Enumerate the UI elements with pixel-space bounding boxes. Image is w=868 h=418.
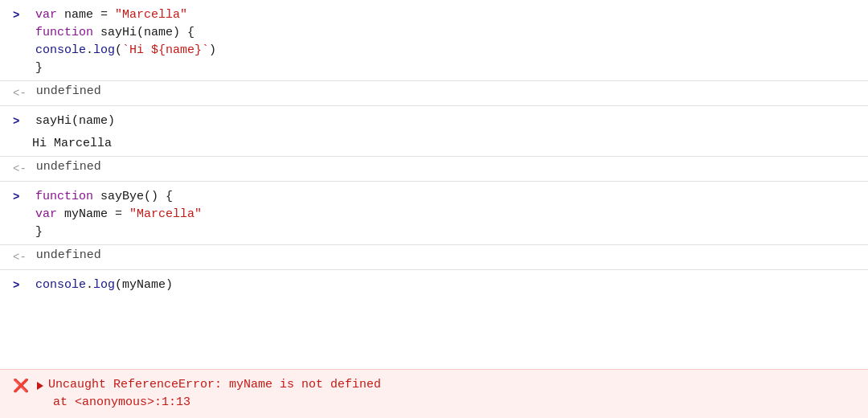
code-block-1: var name = "Marcella" function sayHi(nam… — [35, 6, 855, 77]
output-prompt-1: <- — [13, 84, 27, 102]
input-prompt-3: > — [13, 188, 26, 206]
input-prompt-4: > — [13, 277, 26, 294]
input-block-2: > sayHi(name) — [0, 106, 868, 133]
error-row: ❌ Uncaught ReferenceError: myName is not… — [13, 376, 855, 412]
console-container: > var name = "Marcella" function sayHi(n… — [0, 0, 868, 418]
method-console-2: console — [35, 278, 86, 292]
error-text-block: Uncaught ReferenceError: myName is not d… — [37, 376, 381, 412]
undefined-text-3: undefined — [36, 248, 101, 262]
input-block-3: > function sayBye() { var myName = "Marc… — [0, 182, 868, 244]
string-value-2: "Marcella" — [129, 207, 202, 221]
code-line-3-2: var myName = "Marcella" — [35, 206, 855, 223]
code-line-4-1: console.log(myName) — [35, 277, 855, 294]
error-message: Uncaught ReferenceError: myName is not d… — [48, 376, 381, 394]
input-prompt-2: > — [13, 113, 26, 130]
code-text: . — [86, 43, 93, 57]
code-line-1-3: console.log(`Hi ${name}`) — [35, 42, 855, 59]
method-console: console — [35, 43, 86, 57]
method-log-2: log — [93, 278, 115, 292]
code-text: } — [35, 225, 43, 239]
error-main-text: Uncaught ReferenceError: myName is not d… — [37, 376, 381, 394]
output-prompt-3: <- — [13, 248, 27, 266]
code-text: ) — [209, 43, 216, 57]
code-text: } — [35, 61, 43, 75]
code-text: (myName) — [115, 278, 173, 292]
code-text: name = — [57, 8, 115, 22]
output-prompt-2: <- — [13, 160, 27, 178]
code-text: . — [86, 278, 93, 292]
keyword-var-2: var — [35, 207, 57, 221]
method-log: log — [93, 43, 115, 57]
undefined-text-1: undefined — [36, 84, 101, 98]
code-block-4: console.log(myName) — [35, 277, 855, 294]
code-line-1-4: } — [35, 59, 855, 77]
undefined-line-3: <- undefined — [0, 245, 868, 269]
input-block-4: > console.log(myName) — [0, 270, 868, 297]
keyword-var: var — [35, 8, 57, 22]
output-line-1: Hi Marcella — [0, 133, 868, 156]
error-container: ❌ Uncaught ReferenceError: myName is not… — [0, 369, 868, 418]
code-text: sayBye() { — [93, 190, 173, 203]
code-block-3: function sayBye() { var myName = "Marcel… — [35, 188, 855, 241]
code-text: ( — [115, 43, 122, 57]
code-line-1-1: var name = "Marcella" — [35, 6, 855, 24]
code-text: sayHi(name) — [35, 114, 115, 128]
output-text-1: Hi Marcella — [32, 135, 112, 153]
undefined-line-1: <- undefined — [0, 81, 868, 105]
string-value: "Marcella" — [115, 8, 187, 22]
template-literal: `Hi ${name}` — [122, 43, 209, 57]
input-prompt-1: > — [13, 6, 26, 24]
code-block-2: sayHi(name) — [35, 113, 855, 130]
error-location-text: at <anonymous>:1:13 — [37, 394, 381, 412]
keyword-function: function — [35, 26, 93, 39]
undefined-text-2: undefined — [36, 160, 101, 174]
code-text: myName = — [57, 207, 129, 221]
undefined-line-2: <- undefined — [0, 157, 868, 181]
code-line-3-3: } — [35, 223, 855, 241]
code-text: sayHi(name) { — [93, 26, 194, 39]
error-icon: ❌ — [13, 378, 29, 394]
code-line-2-1: sayHi(name) — [35, 113, 855, 130]
input-block-1: > var name = "Marcella" function sayHi(n… — [0, 0, 868, 80]
code-line-3-1: function sayBye() { — [35, 188, 855, 206]
error-triangle-icon — [37, 382, 43, 390]
code-line-1-2: function sayHi(name) { — [35, 24, 855, 42]
keyword-function-2: function — [35, 190, 93, 203]
